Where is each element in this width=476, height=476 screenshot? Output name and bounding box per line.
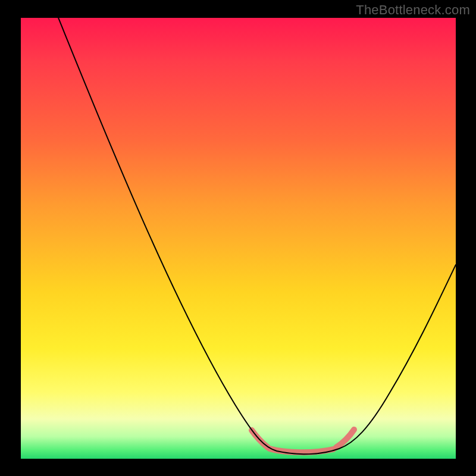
plot-area [21,18,456,459]
bottleneck-curve-svg [21,18,456,459]
chart-frame: TheBottleneck.com [0,0,476,476]
bottleneck-curve [54,18,456,454]
watermark-text: TheBottleneck.com [356,2,470,18]
curve-highlight-right [336,430,354,447]
